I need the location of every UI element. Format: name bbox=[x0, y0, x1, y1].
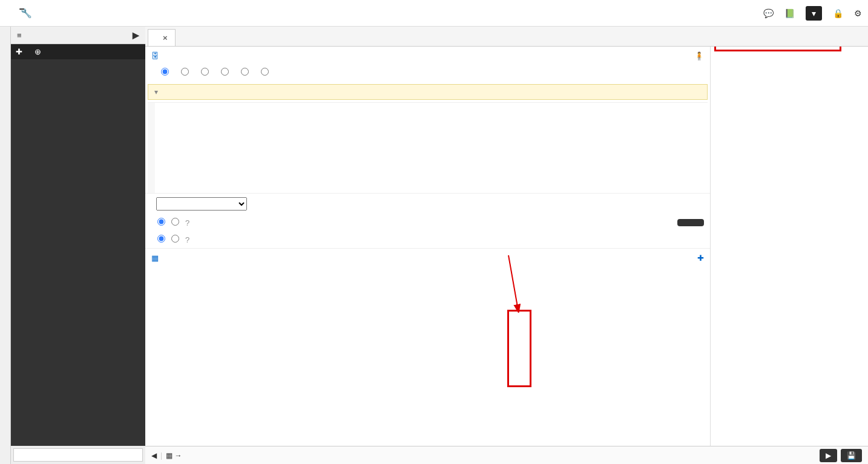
sidebar-title: ≡ ▶ bbox=[11, 27, 145, 44]
save-button[interactable]: 💾 bbox=[841, 449, 862, 462]
settings-icon[interactable]: ⚙ bbox=[854, 8, 862, 18]
add-page-button[interactable]: ⊕ bbox=[35, 47, 41, 56]
src-var[interactable] bbox=[221, 68, 231, 76]
save-datasource-button[interactable] bbox=[677, 219, 704, 226]
add-column-button[interactable]: ✚ bbox=[697, 253, 704, 263]
language-select[interactable]: ▾ bbox=[806, 6, 822, 21]
ds-help-link[interactable]: 🧍 bbox=[694, 51, 704, 60]
src-custom[interactable] bbox=[241, 68, 251, 76]
help-icon[interactable]: ? bbox=[185, 235, 189, 244]
src-http[interactable] bbox=[181, 68, 191, 76]
tutorial-link[interactable]: 📗 bbox=[784, 8, 795, 18]
columns-icon: ▦ bbox=[151, 253, 159, 263]
community-link[interactable]: 💬 bbox=[763, 8, 774, 18]
local-disable[interactable] bbox=[157, 235, 165, 244]
tab-column-sort[interactable]: × bbox=[148, 29, 176, 46]
src-jsonp[interactable] bbox=[201, 68, 211, 76]
format-help-bar[interactable] bbox=[148, 84, 708, 100]
close-icon[interactable]: × bbox=[163, 33, 168, 42]
src-static[interactable] bbox=[261, 68, 271, 76]
database-icon: 🗄 bbox=[151, 51, 159, 60]
db-conn-select[interactable] bbox=[156, 197, 247, 211]
local-enable[interactable] bbox=[171, 235, 179, 244]
user-badge[interactable]: 🔒 bbox=[833, 8, 843, 18]
back-button[interactable]: ◀ bbox=[151, 451, 157, 460]
mock-disable[interactable] bbox=[157, 218, 165, 227]
help-icon[interactable]: ? bbox=[185, 218, 189, 227]
play-icon[interactable]: ▶ bbox=[133, 30, 139, 40]
sql-editor[interactable] bbox=[155, 103, 160, 193]
mock-enable[interactable] bbox=[171, 218, 179, 227]
src-rdb[interactable] bbox=[161, 68, 171, 76]
search-input[interactable] bbox=[13, 448, 143, 462]
preview-button[interactable]: ▶ bbox=[820, 449, 837, 462]
add-menu-button[interactable]: ✚ bbox=[16, 47, 22, 56]
